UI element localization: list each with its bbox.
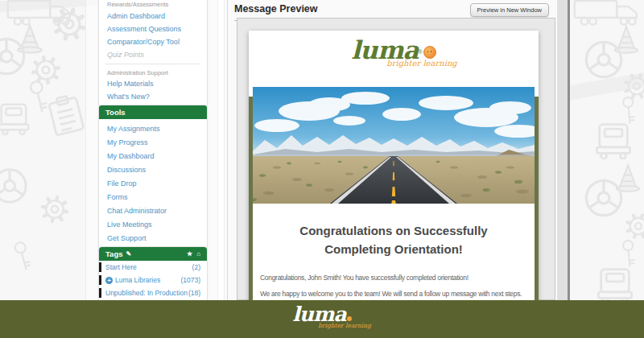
tags-header-label: Tags bbox=[105, 249, 122, 258]
scrollbar[interactable] bbox=[557, 0, 570, 300]
email-logo: luma® brighter learning bbox=[249, 31, 539, 87]
doodle-gear-icon bbox=[35, 190, 73, 228]
sidebar-item-my-progress[interactable]: My Progress bbox=[99, 135, 207, 149]
column-divider bbox=[217, 0, 225, 300]
doodle-key-icon bbox=[2, 236, 42, 275]
email-paragraph: We are happy to welcome you to the team!… bbox=[253, 290, 535, 298]
luma-mascot-icon bbox=[423, 46, 436, 59]
doodle-clipboard-icon bbox=[39, 86, 92, 145]
section-label-admin-support: Administration Support bbox=[99, 67, 207, 77]
tools-panel: Tools My Assignments My Progress My Dash… bbox=[98, 105, 208, 251]
registered-mark: ® bbox=[419, 49, 423, 55]
sidebar-item-admin-dashboard[interactable]: Admin Dashboard bbox=[99, 10, 207, 23]
tags-panel-header: Tags ✎ ★ ⌂ bbox=[99, 247, 207, 261]
tools-list: My Assignments My Progress My Dashboard … bbox=[99, 119, 207, 247]
sidebar-item-my-dashboard[interactable]: My Dashboard bbox=[99, 149, 207, 163]
sidebar-item-get-support[interactable]: Get Support bbox=[99, 231, 207, 245]
doodle-steering-wheel-icon bbox=[581, 37, 626, 82]
star-icon[interactable]: ★ bbox=[187, 250, 192, 258]
tags-panel: Tags ✎ ★ ⌂ Start Here (2) + Luma Librari… bbox=[98, 246, 208, 303]
sidebar-item-help-materials[interactable]: Help Materials bbox=[99, 77, 207, 90]
preview-in-new-window-button[interactable]: Preview in New Window bbox=[470, 3, 549, 17]
tag-label: Start Here bbox=[105, 263, 137, 271]
sidebar-item-assessment-questions[interactable]: Assessment Questions bbox=[99, 23, 207, 35]
page-title: Message Preview bbox=[234, 3, 318, 14]
message-preview-panel: Message Preview Preview in New Window lu… bbox=[227, 0, 557, 300]
circle-plus-icon[interactable]: + bbox=[105, 277, 113, 284]
tools-panel-header: Tools bbox=[99, 105, 207, 119]
tag-count: (2) bbox=[192, 263, 200, 271]
sidebar-item-live-meetings[interactable]: Live Meetings bbox=[99, 217, 207, 231]
sidebar-item-comparator-copy-tool[interactable]: Comparator/Copy Tool bbox=[99, 35, 207, 48]
pencil-icon[interactable]: ✎ bbox=[126, 250, 131, 258]
doodle-truck-icon bbox=[594, 262, 636, 304]
tag-label: Unpublished: In Production bbox=[105, 289, 188, 297]
tag-label: Luma Libraries bbox=[115, 276, 160, 284]
sidebar-divider bbox=[105, 64, 200, 64]
message-preview-header: Message Preview Preview in New Window bbox=[228, 0, 557, 17]
email-heading: Congratulations on Successfully Completi… bbox=[275, 221, 512, 259]
tag-item-unpublished-in-production[interactable]: Unpublished: In Production (18) bbox=[99, 286, 207, 299]
email-card: luma® brighter learning bbox=[249, 31, 539, 301]
tag-color-bar bbox=[99, 288, 101, 298]
doodle-truck-icon bbox=[0, 98, 32, 135]
road-desert-photo bbox=[253, 87, 535, 204]
sidebar-item-chat-administrator[interactable]: Chat Administrator bbox=[99, 204, 207, 217]
tag-item-start-here[interactable]: Start Here (2) bbox=[99, 261, 207, 274]
sidebar-item-whats-new[interactable]: What's New? bbox=[99, 90, 207, 103]
tag-count: (1073) bbox=[180, 276, 200, 284]
doodle-steering-wheel-icon bbox=[0, 34, 29, 79]
email-paragraph: Congratulations, John Smith! You have su… bbox=[253, 274, 535, 282]
sidebar-item-discussions[interactable]: Discussions bbox=[99, 163, 207, 176]
email-content-block: Congratulations on Successfully Completi… bbox=[253, 204, 535, 301]
admin-nav-panel: Rewards/Assessments Admin Dashboard Asse… bbox=[98, 0, 208, 107]
luma-logo-tagline: brighter learning bbox=[249, 59, 539, 68]
section-label-rewards: Rewards/Assessments bbox=[99, 0, 207, 10]
sidebar-column: Rewards/Assessments Admin Dashboard Asse… bbox=[85, 0, 229, 300]
footer-logo-tagline: brighter learning bbox=[0, 322, 644, 329]
tag-color-bar bbox=[99, 262, 101, 272]
doodle-truck-icon bbox=[592, 117, 634, 159]
sidebar-item-quiz-points: Quiz Points bbox=[99, 48, 207, 61]
email-body: Congratulations, John Smith! You have su… bbox=[253, 274, 535, 298]
doodle-steering-wheel-icon bbox=[581, 175, 626, 221]
sidebar-item-file-drop[interactable]: File Drop bbox=[99, 176, 207, 190]
email-preview-area: luma® brighter learning bbox=[237, 18, 555, 300]
home-icon[interactable]: ⌂ bbox=[196, 250, 200, 258]
doodle-steering-wheel-icon bbox=[0, 165, 31, 207]
tools-header-label: Tools bbox=[105, 108, 126, 117]
sidebar-item-forms[interactable]: Forms bbox=[99, 190, 207, 204]
tag-color-bar bbox=[99, 275, 101, 285]
tag-count: (18) bbox=[188, 289, 200, 297]
tag-item-luma-libraries[interactable]: + Luma Libraries (1073) bbox=[99, 274, 207, 286]
sidebar-item-my-assignments[interactable]: My Assignments bbox=[99, 122, 207, 135]
page-footer: luma brighter learning bbox=[0, 300, 644, 338]
luma-mascot-dot-icon bbox=[347, 316, 352, 321]
app-screen: Rewards/Assessments Admin Dashboard Asse… bbox=[0, 0, 644, 338]
